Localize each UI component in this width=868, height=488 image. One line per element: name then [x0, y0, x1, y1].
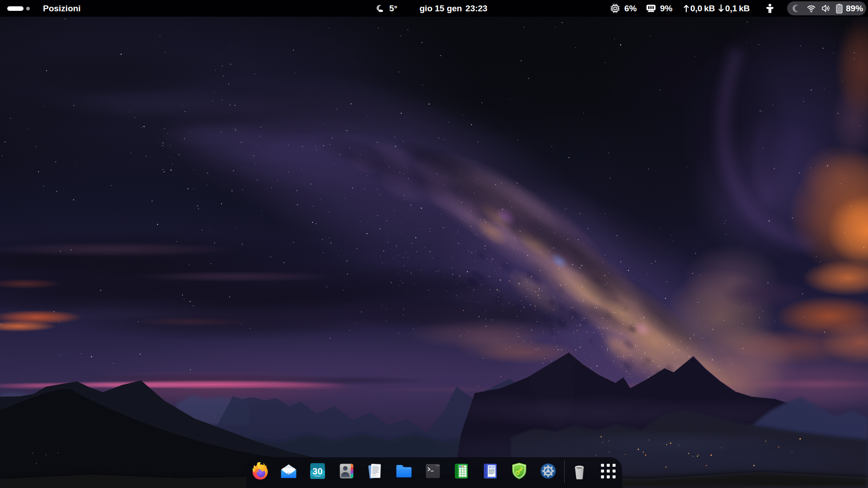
svg-text:Monday: Monday: [315, 475, 321, 477]
svg-text:30: 30: [312, 466, 322, 476]
